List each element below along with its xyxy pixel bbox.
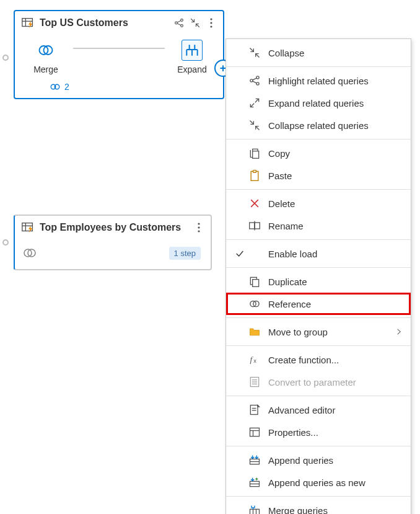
menu-item-collapse[interactable]: Collapse (226, 42, 411, 64)
props-icon (248, 426, 261, 438)
menu-item-label: Append queries as new (268, 477, 403, 488)
card1-reference-row[interactable]: 2 (15, 82, 223, 98)
table-lightning-icon (21, 221, 35, 234)
card1-ref-count: 2 (64, 82, 69, 92)
merge-icon (37, 42, 55, 59)
menu-item-label: Reference (268, 299, 403, 309)
more-icon[interactable] (193, 222, 204, 233)
menu-item-label: Expand related queries (268, 98, 403, 109)
svg-line-6 (177, 20, 181, 22)
menu-item-label: Move to group (268, 327, 387, 337)
expand-icon (184, 42, 200, 58)
menu-item-collapse-related-queries[interactable]: Collapse related queries (226, 114, 411, 136)
step-count-badge: 1 step (169, 247, 201, 260)
menu-item-label: Enable load (268, 249, 403, 259)
context-menu: CollapseHighlight related queriesExpand … (225, 38, 411, 514)
step-merge[interactable]: Merge (21, 40, 71, 74)
collapse-arrows-icon[interactable] (190, 17, 201, 29)
rename-icon (248, 219, 261, 232)
menu-item-append-queries[interactable]: Append queries (226, 449, 411, 471)
menu-item-duplicate[interactable]: Duplicate (226, 270, 411, 293)
append-new-icon (248, 476, 261, 489)
svg-point-10 (210, 25, 212, 27)
check-slot (234, 249, 246, 259)
svg-point-20 (198, 230, 199, 232)
share-icon[interactable] (173, 17, 185, 29)
menu-item-label: Append queries (268, 455, 403, 466)
card1-title: Top US Customers (40, 17, 128, 29)
menu-separator (226, 267, 411, 268)
advanced-icon (248, 404, 261, 416)
menu-separator (226, 345, 411, 346)
menu-item-merge-queries[interactable]: Merge queries (226, 499, 411, 514)
menu-item-label: Create function... (268, 355, 403, 365)
svg-point-9 (210, 22, 212, 24)
menu-item-properties[interactable]: Properties... (226, 421, 411, 443)
more-icon[interactable] (206, 17, 217, 29)
menu-item-label: Copy (268, 148, 403, 159)
step-expand-label: Expand (177, 64, 206, 74)
menu-item-label: Properties... (268, 427, 403, 438)
card1-header: Top US Customers (15, 11, 223, 35)
menu-item-append-queries-as-new[interactable]: Append queries as new (226, 471, 411, 494)
menu-item-label: Collapse related queries (268, 120, 403, 131)
svg-line-7 (177, 24, 181, 25)
expand-related-icon (248, 97, 261, 109)
menu-item-reference[interactable]: Reference (226, 293, 411, 315)
menu-separator (226, 496, 411, 497)
copy-icon (248, 147, 261, 159)
chevron-right-icon (395, 327, 403, 336)
menu-item-label: Duplicate (268, 277, 403, 287)
table-lightning-icon (21, 16, 35, 30)
collapse-icon (248, 47, 261, 59)
svg-point-8 (210, 18, 212, 20)
fx-icon (248, 353, 261, 366)
svg-point-19 (198, 226, 199, 228)
reference-link-icon (50, 82, 61, 92)
card2-body: 1 step (15, 239, 211, 269)
menu-item-label: Merge queries (268, 505, 403, 515)
menu-item-label: Advanced editor (268, 405, 403, 415)
menu-item-advanced-editor[interactable]: Advanced editor (226, 399, 411, 421)
menu-separator (226, 139, 411, 140)
step-merge-label: Merge (33, 64, 58, 74)
menu-separator (226, 66, 411, 67)
menu-item-rename[interactable]: Rename (226, 215, 411, 237)
menu-item-label: Delete (268, 198, 403, 209)
duplicate-icon (248, 275, 261, 288)
lead-dot-1 (2, 55, 9, 61)
menu-separator (226, 396, 411, 396)
menu-item-label: Collapse (268, 48, 403, 58)
append-icon (248, 454, 261, 466)
reference-icon (248, 298, 261, 310)
menu-item-expand-related-queries[interactable]: Expand related queries (226, 92, 411, 114)
menu-item-label: Rename (268, 221, 403, 231)
menu-item-highlight-related-queries[interactable]: Highlight related queries (226, 69, 411, 92)
merge-icon-small[interactable] (21, 244, 38, 262)
card2-title: Top Employees by Customers (40, 222, 181, 233)
collapse-related-icon (248, 119, 261, 131)
card1-body: Merge Expand + (15, 35, 223, 82)
card2-header: Top Employees by Customers (15, 216, 211, 239)
menu-item-label: Highlight related queries (268, 76, 403, 86)
menu-item-convert-to-parameter: Convert to parameter (226, 371, 411, 393)
menu-item-copy[interactable]: Copy (226, 142, 411, 164)
menu-item-label: Convert to parameter (268, 377, 403, 388)
menu-separator (226, 317, 411, 318)
menu-item-enable-load[interactable]: Enable load (226, 242, 411, 265)
folder-icon (248, 326, 261, 338)
highlight-related-icon (248, 74, 261, 87)
menu-separator (226, 189, 411, 190)
menu-item-paste[interactable]: Paste (226, 164, 411, 187)
menu-separator (226, 446, 411, 446)
svg-point-18 (198, 223, 199, 224)
step-connector (73, 48, 165, 49)
menu-item-create-function[interactable]: Create function... (226, 348, 411, 371)
menu-item-delete[interactable]: Delete (226, 192, 411, 215)
step-expand[interactable]: Expand (167, 40, 217, 74)
paste-icon (248, 169, 261, 182)
param-icon (248, 376, 261, 388)
query-card-top-employees[interactable]: Top Employees by Customers 1 step (14, 215, 212, 270)
menu-item-move-to-group[interactable]: Move to group (226, 321, 411, 343)
query-card-top-us-customers[interactable]: Top US Customers (14, 10, 224, 99)
